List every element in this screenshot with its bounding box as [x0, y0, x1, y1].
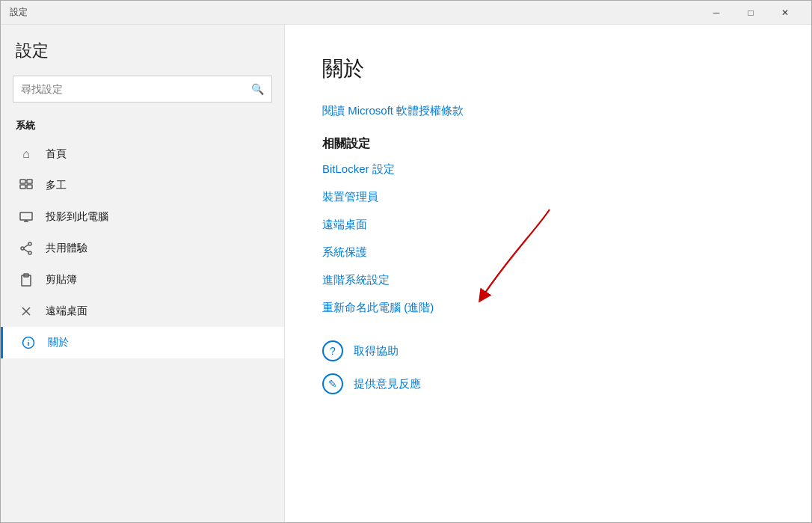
- project-icon: [16, 212, 37, 222]
- content-area: 關於 閱讀 Microsoft 軟體授權條款 相關設定 BitLocker 設定…: [285, 25, 811, 523]
- get-help-item[interactable]: ? 取得協助: [322, 340, 774, 361]
- sidebar-item-remote-label: 遠端桌面: [46, 305, 87, 318]
- sidebar-item-multitask-label: 多工: [46, 179, 67, 192]
- advanced-system-link[interactable]: 進階系統設定: [322, 273, 774, 287]
- get-help-label: 取得協助: [354, 344, 399, 358]
- app-container: 設定 🔍 系統 ⌂ 首頁: [1, 25, 811, 523]
- sidebar-item-home-label: 首頁: [46, 147, 67, 161]
- sidebar: 設定 🔍 系統 ⌂ 首頁: [1, 25, 285, 523]
- svg-rect-0: [20, 180, 25, 183]
- svg-rect-2: [20, 185, 25, 189]
- page-title: 關於: [322, 55, 774, 83]
- window-controls: ─ □ ✕: [699, 1, 802, 25]
- remote-icon: [16, 305, 37, 318]
- sidebar-item-shared[interactable]: 共用體驗: [1, 233, 284, 264]
- ms-license-link[interactable]: 閱讀 Microsoft 軟體授權條款: [322, 104, 774, 118]
- sidebar-item-project[interactable]: 投影到此電腦: [1, 201, 284, 233]
- about-icon: [18, 336, 39, 349]
- feedback-item[interactable]: ✎ 提供意見反應: [322, 373, 774, 394]
- remote-desktop-link[interactable]: 遠端桌面: [322, 218, 774, 232]
- svg-rect-3: [27, 185, 32, 189]
- maximize-button[interactable]: □: [733, 1, 768, 25]
- multitask-icon: [16, 179, 37, 192]
- rename-pc-link[interactable]: 重新命名此電腦 (進階): [322, 301, 774, 315]
- sidebar-nav: ⌂ 首頁 多工: [1, 138, 284, 523]
- system-protection-link[interactable]: 系統保護: [322, 245, 774, 260]
- sidebar-item-remote[interactable]: 遠端桌面: [1, 296, 284, 327]
- section-label: 系統: [1, 114, 284, 138]
- device-manager-link[interactable]: 裝置管理員: [322, 190, 774, 204]
- svg-point-8: [21, 247, 24, 250]
- help-section: ? 取得協助 ✎ 提供意見反應: [322, 340, 774, 394]
- svg-rect-1: [27, 180, 32, 183]
- sidebar-app-title: 設定: [1, 25, 284, 70]
- home-icon: ⌂: [16, 147, 37, 161]
- feedback-label: 提供意見反應: [354, 377, 421, 391]
- sidebar-item-home[interactable]: ⌂ 首頁: [1, 138, 284, 170]
- shared-icon: [16, 242, 37, 255]
- svg-point-9: [28, 251, 31, 254]
- bitlocker-link[interactable]: BitLocker 設定: [322, 162, 774, 177]
- close-button[interactable]: ✕: [768, 1, 802, 25]
- clipboard-icon: [16, 273, 37, 287]
- svg-line-11: [24, 249, 28, 252]
- title-bar: 設定 ─ □ ✕: [1, 1, 811, 25]
- sidebar-item-clipboard[interactable]: 剪貼簿: [1, 264, 284, 296]
- svg-point-18: [28, 340, 29, 341]
- svg-rect-4: [20, 212, 32, 220]
- feedback-icon: ✎: [322, 373, 343, 394]
- sidebar-item-about[interactable]: 關於: [1, 327, 284, 358]
- sidebar-item-project-label: 投影到此電腦: [46, 210, 108, 224]
- app-title: 設定: [10, 6, 699, 19]
- sidebar-item-clipboard-label: 剪貼簿: [46, 273, 77, 287]
- search-input[interactable]: [21, 83, 251, 95]
- get-help-icon: ?: [322, 340, 343, 361]
- related-settings-title: 相關設定: [322, 136, 774, 152]
- sidebar-item-shared-label: 共用體驗: [46, 242, 87, 255]
- search-icon: 🔍: [251, 83, 264, 95]
- sidebar-item-about-label: 關於: [48, 336, 69, 349]
- svg-line-10: [24, 245, 28, 248]
- search-box[interactable]: 🔍: [13, 76, 272, 103]
- related-links: BitLocker 設定 裝置管理員 遠端桌面 系統保護 進階系統設定 重新命名…: [322, 162, 774, 318]
- svg-point-7: [28, 242, 31, 245]
- sidebar-item-multitask[interactable]: 多工: [1, 170, 284, 201]
- minimize-button[interactable]: ─: [699, 1, 733, 25]
